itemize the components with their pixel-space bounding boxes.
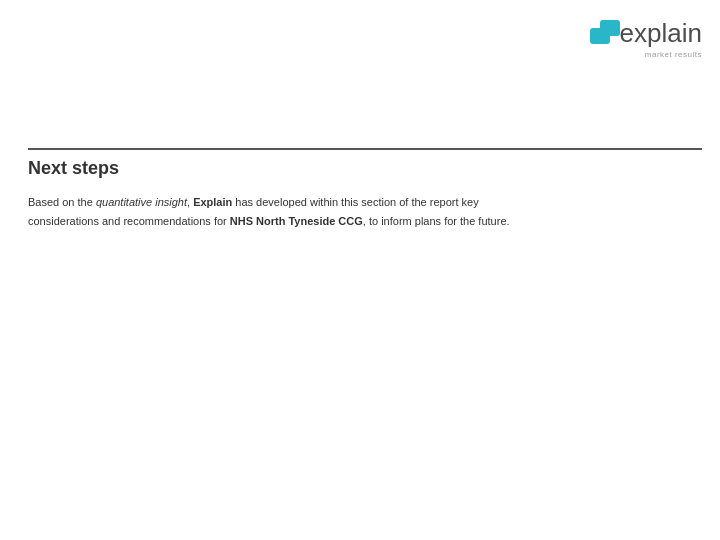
- content-section: Next steps Based on the quantitative ins…: [28, 158, 702, 230]
- text-nhs: NHS North Tyneside CCG: [230, 215, 363, 227]
- page-container: explain market results Next steps Based …: [0, 0, 720, 540]
- logo-icon: [590, 20, 618, 48]
- text-end: , to inform plans for the future.: [363, 215, 510, 227]
- logo-tagline: market results: [645, 50, 702, 59]
- body-paragraph: Based on the quantitative insight, Expla…: [28, 193, 702, 230]
- section-title: Next steps: [28, 158, 702, 179]
- text-quantitative: quantitative insight: [96, 196, 187, 208]
- svg-rect-1: [590, 28, 610, 44]
- text-explain: Explain: [193, 196, 232, 208]
- logo-text: explain: [620, 18, 702, 49]
- logo-main: explain: [590, 18, 702, 49]
- text-based: Based on the: [28, 196, 96, 208]
- logo-area: explain market results: [590, 18, 702, 59]
- text-considerations: considerations and recommendations for: [28, 215, 230, 227]
- text-middle: has developed within this section of the…: [232, 196, 478, 208]
- section-divider: [28, 148, 702, 150]
